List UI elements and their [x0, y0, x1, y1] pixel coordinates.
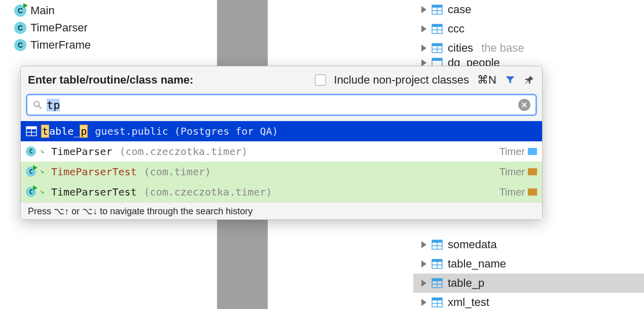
db-table-label: ccc [448, 22, 464, 35]
result-row[interactable]: C TimeParser (com.czeczotka.timer) Timer [21, 141, 542, 162]
db-table-row[interactable]: case [413, 0, 644, 19]
expand-icon[interactable] [421, 280, 426, 287]
project-item-label: Main [30, 4, 55, 17]
table-icon [432, 5, 443, 15]
module-test-icon [528, 188, 537, 196]
expand-icon[interactable] [421, 241, 426, 248]
table-icon [432, 278, 443, 288]
result-module: Timer [499, 186, 537, 198]
project-tree-item[interactable]: C TimeParser [14, 19, 197, 36]
db-table-row[interactable]: ccc [413, 19, 644, 38]
project-tree-item[interactable]: C Main [14, 2, 197, 19]
include-nonproject-label: Include non-project classes [334, 73, 470, 87]
result-row[interactable]: C TimeParserTest (com.timer) Timer [21, 162, 542, 182]
clear-button[interactable] [518, 99, 530, 111]
db-table-label: table_name [448, 257, 506, 271]
table-icon [432, 24, 443, 34]
class-icon: C [26, 187, 36, 197]
db-table-label: somedata [448, 238, 497, 251]
table-icon [432, 43, 443, 53]
result-name: TimeParser [51, 145, 112, 158]
result-row[interactable]: table_p guest.public (Postgres for QA) [21, 121, 542, 141]
table-icon [432, 259, 443, 269]
read-access-icon [40, 188, 47, 196]
class-icon: C [14, 5, 26, 17]
popup-header: Enter table/routine/class name: Include … [21, 66, 542, 94]
class-icon: C [26, 146, 36, 157]
module-icon [528, 148, 537, 155]
run-badge-icon [33, 185, 38, 190]
project-tree: C Main C TimeParser C TimerFrame [14, 2, 197, 54]
shortcut-label: ⌘N [477, 73, 496, 87]
result-name: TimeParserTest [51, 186, 137, 198]
project-item-label: TimeParser [30, 21, 88, 34]
table-icon [432, 297, 443, 307]
svg-line-33 [39, 106, 42, 109]
result-row[interactable]: C TimeParserTest (com.czeczotka.timer) T… [21, 182, 542, 202]
svg-rect-13 [432, 58, 442, 61]
result-module: Timer [499, 146, 537, 158]
db-table-note: the base [481, 42, 524, 55]
db-table-label: cities [448, 42, 473, 55]
result-path: (com.timer) [144, 166, 211, 178]
db-table-label: table_p [448, 277, 484, 290]
run-badge-icon [23, 3, 28, 8]
result-module: Timer [499, 166, 537, 178]
db-table-label: case [448, 3, 471, 16]
expand-icon[interactable] [421, 6, 426, 13]
table-icon [432, 240, 443, 250]
include-nonproject-checkbox[interactable] [315, 74, 326, 86]
db-table-row[interactable]: table_name [413, 254, 644, 274]
filter-icon[interactable] [505, 74, 516, 86]
project-item-label: TimerFrame [30, 38, 91, 52]
db-table-label: xml_test [448, 296, 489, 309]
db-table-row[interactable]: cities the base [413, 38, 644, 58]
project-tree-item[interactable]: C TimerFrame [14, 36, 197, 54]
result-name: TimeParserTest [51, 166, 137, 178]
result-path: (com.czeczotka.timer) [119, 145, 247, 158]
goto-class-popup: Enter table/routine/class name: Include … [20, 66, 543, 220]
module-test-icon [528, 168, 537, 175]
svg-point-32 [34, 101, 39, 106]
db-table-row[interactable]: table_p [413, 274, 644, 293]
expand-icon[interactable] [421, 45, 426, 52]
db-table-row[interactable]: somedata [413, 235, 644, 254]
table-icon [26, 126, 37, 136]
pin-icon[interactable] [524, 74, 535, 86]
run-badge-icon [33, 165, 38, 170]
result-path: (com.czeczotka.timer) [144, 186, 272, 198]
expand-icon[interactable] [421, 260, 426, 267]
search-input[interactable] [47, 99, 514, 111]
result-path: guest.public (Postgres for QA) [95, 125, 278, 137]
search-icon [32, 100, 43, 110]
result-name: table_p [41, 125, 88, 137]
class-icon: C [14, 39, 26, 51]
expand-icon[interactable] [421, 25, 426, 32]
read-access-icon [40, 148, 47, 155]
class-icon: C [14, 22, 26, 34]
class-icon: C [26, 167, 36, 177]
expand-icon[interactable] [421, 299, 426, 306]
db-table-row[interactable]: xml_test [413, 293, 644, 309]
expand-icon[interactable] [421, 59, 426, 66]
results-list: table_p guest.public (Postgres for QA) C… [21, 121, 542, 202]
popup-footer-hint: Press ⌥↑ or ⌥↓ to navigate through the s… [21, 202, 542, 219]
popup-title: Enter table/routine/class name: [28, 73, 193, 87]
read-access-icon [40, 168, 47, 175]
search-box[interactable] [26, 94, 537, 116]
search-field-wrap [26, 94, 537, 116]
